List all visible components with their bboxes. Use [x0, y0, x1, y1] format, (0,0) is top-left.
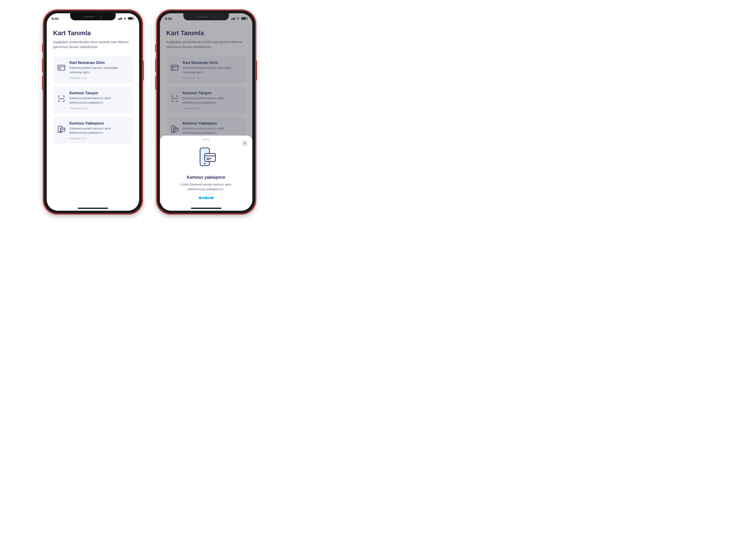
option-desc: Edenred yemek kartınızı akıllı telefonun…	[70, 127, 128, 135]
volume-down-button	[42, 76, 43, 90]
option-meta: Ortalama 30 sn	[70, 107, 128, 110]
option-enter-card-number[interactable]: Kart Numarası Girin Edenred yemek kartın…	[53, 56, 133, 83]
home-indicator[interactable]	[78, 208, 108, 209]
speaker	[83, 16, 95, 18]
sheet-grabber[interactable]	[202, 139, 210, 140]
volume-up-button	[42, 58, 43, 72]
option-title: Kartınızı Tarayın	[70, 91, 128, 95]
nfc-phone-icon	[57, 121, 66, 134]
screen: 9:41 Kart Tanımla Aşağıdaki yöntemlerden…	[47, 13, 139, 211]
option-meta: Ortalama 1 dk	[70, 77, 128, 79]
volume-down-button	[155, 76, 156, 90]
screen-content: Kart Tanımla Aşağıdaki yöntemlerden biri…	[47, 13, 139, 211]
status-time: 9:41	[52, 17, 59, 21]
home-indicator[interactable]	[191, 208, 221, 209]
bottom-sheet: Kartınızı yaklaştırın Lütfen Edenred yem…	[160, 136, 252, 211]
svg-rect-7	[60, 128, 65, 131]
page-subtitle: Aşağıdaki yöntemlerden birini seçerek ka…	[53, 40, 133, 50]
phone-mockup-left: 9:41 Kart Tanımla Aşağıdaki yöntemlerden…	[43, 9, 143, 215]
sheet-description: Lütfen Edenred yemek kartınızı akıllı te…	[172, 182, 240, 192]
option-desc: Edenred yemek kartınızı akıllı telefonun…	[70, 96, 128, 105]
option-meta: Ortalama 5 sn	[70, 137, 128, 140]
screen: 9:41 Kart Tanımla Aşağıdaki yöntemlerden…	[160, 13, 252, 211]
page-title: Kart Tanımla	[53, 30, 133, 37]
silence-switch	[42, 44, 43, 52]
option-tap-card[interactable]: Kartınızı Yaklaştırın Edenred yemek kart…	[53, 117, 133, 144]
option-scan-card[interactable]: Kartınızı Tarayın Edenred yemek kartınız…	[53, 87, 133, 113]
power-button	[256, 61, 257, 80]
power-button	[143, 61, 144, 80]
scan-icon	[57, 91, 66, 102]
silence-switch	[155, 44, 156, 52]
svg-rect-0	[58, 65, 65, 70]
option-title: Kartınızı Yaklaştırın	[70, 121, 128, 126]
card-number-icon	[57, 61, 66, 71]
cellular-signal-icon	[118, 17, 122, 20]
close-button[interactable]	[241, 140, 248, 147]
option-desc: Edenred yemek kartınız üzerindeki numara…	[70, 66, 128, 75]
wifi-icon	[123, 17, 127, 20]
svg-rect-22	[205, 154, 215, 161]
battery-icon	[128, 17, 134, 20]
front-camera	[100, 16, 102, 18]
tap-card-illustration	[195, 146, 218, 170]
sheet-title: Kartınızı yaklaştırın	[187, 175, 225, 180]
close-icon	[243, 142, 246, 145]
volume-up-button	[155, 58, 156, 72]
loading-indicator	[199, 196, 213, 199]
phone-mockup-right: 9:41 Kart Tanımla Aşağıdaki yöntemlerden…	[156, 9, 256, 215]
notch	[70, 13, 115, 20]
option-title: Kart Numarası Girin	[70, 61, 128, 65]
svg-point-21	[204, 163, 205, 164]
